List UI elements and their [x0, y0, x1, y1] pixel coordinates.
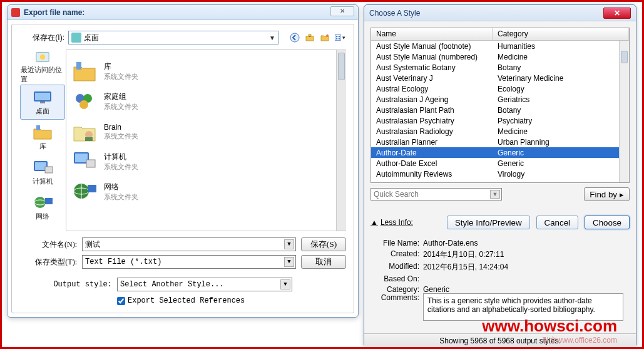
- table-row[interactable]: Author-DateGeneric: [371, 147, 629, 158]
- style-details: File Name:Author-Date.ens Created:2014年1…: [377, 237, 623, 294]
- svg-point-1: [326, 34, 329, 37]
- back-button[interactable]: [289, 31, 301, 44]
- style-titlebar[interactable]: Choose A Style ✕: [364, 5, 636, 21]
- table-row[interactable]: Aust Veterinary JVeterinary Medicine: [371, 73, 629, 83]
- place-desktop[interactable]: 桌面: [20, 85, 65, 120]
- table-rows[interactable]: Aust Style Manual (footnote)HumanitiesAu…: [371, 41, 629, 182]
- svg-rect-18: [45, 198, 53, 204]
- table-header: Name Category: [371, 28, 629, 41]
- find-by-button[interactable]: Find by▸: [584, 187, 630, 201]
- choose-style-dialog: Choose A Style ✕ Name Category Aust Styl…: [364, 4, 636, 348]
- export-selected-checkbox[interactable]: Export Selected References: [117, 296, 346, 305]
- filetype-label: 保存类型(T):: [19, 257, 77, 268]
- scrollbar-thumb[interactable]: [621, 51, 628, 63]
- list-item[interactable]: Brain系统文件夹: [71, 117, 341, 147]
- detail-filename: Author-Date.ens: [423, 239, 478, 247]
- table-row[interactable]: Australasian RadiologyMedicine: [371, 126, 629, 137]
- desktop-icon: [71, 33, 81, 43]
- close-button[interactable]: ✕: [603, 8, 631, 19]
- detail-category: Generic: [423, 285, 449, 294]
- detail-created: 2014年1月10日, 0:27:11: [423, 249, 504, 260]
- svg-rect-2: [335, 35, 341, 41]
- chevron-right-icon: ▸: [620, 190, 624, 199]
- col-category[interactable]: Category: [493, 28, 629, 40]
- chevron-down-icon[interactable]: ▼: [284, 257, 294, 267]
- table-row[interactable]: Aust Style Manual (footnote)Humanities: [371, 41, 629, 51]
- homegroup-icon: [71, 90, 98, 113]
- style-info-button[interactable]: Style Info/Preview: [447, 216, 530, 229]
- place-computer[interactable]: 计算机: [20, 155, 65, 190]
- place-libraries[interactable]: 库: [20, 120, 65, 155]
- app-icon: [11, 8, 20, 17]
- svg-point-8: [40, 55, 45, 60]
- table-row[interactable]: Austral EcologyEcology: [371, 83, 629, 94]
- table-row[interactable]: Australasian J AgeingGeriatrics: [371, 94, 629, 105]
- col-name[interactable]: Name: [371, 28, 493, 40]
- new-folder-button[interactable]: [319, 31, 331, 44]
- list-item[interactable]: 家庭组系统文件夹: [71, 86, 341, 117]
- svg-rect-15: [45, 167, 53, 173]
- svg-rect-4: [339, 36, 340, 37]
- table-row[interactable]: Australasian PsychiatryPsychiatry: [371, 115, 629, 126]
- list-item[interactable]: 库系统文件夹: [71, 56, 341, 86]
- cancel-button[interactable]: 取消: [301, 255, 346, 269]
- svg-rect-24: [85, 137, 93, 141]
- quick-search-input[interactable]: Quick Search ▼: [371, 188, 502, 201]
- svg-rect-27: [86, 160, 95, 167]
- watermark-sub: 引文www.office26.com: [542, 335, 618, 346]
- svg-rect-5: [336, 38, 337, 39]
- less-info-toggle[interactable]: ▲Less Info:: [371, 218, 413, 227]
- table-row[interactable]: Author-Date ExcelGeneric: [371, 158, 629, 169]
- output-style-label: Output style:: [19, 280, 112, 289]
- location-text: 桌面: [84, 33, 99, 43]
- svg-rect-14: [35, 162, 46, 170]
- user-folder-icon: [71, 120, 98, 143]
- table-row[interactable]: Aust Systematic BotanyBotany: [371, 62, 629, 73]
- table-row[interactable]: Australian PlannerUrban Planning: [371, 137, 629, 147]
- place-recent[interactable]: 最近访问的位置: [20, 49, 65, 85]
- chevron-down-icon[interactable]: ▼: [490, 190, 500, 199]
- chevron-down-icon[interactable]: ▼: [269, 34, 275, 41]
- scrollbar-thumb[interactable]: [338, 53, 345, 80]
- export-file-dialog: Export file name: ✕ 保存在(I): 桌面 ▼ ▾ 最近访问的…: [7, 4, 359, 318]
- save-in-row: 保存在(I): 桌面 ▼ ▾: [19, 31, 346, 44]
- watermark: www.howsci.com: [482, 316, 617, 336]
- output-style-combo[interactable]: Select Another Style...▼: [117, 278, 292, 291]
- up-button[interactable]: [304, 31, 316, 44]
- place-network[interactable]: 网络: [20, 190, 65, 225]
- close-button[interactable]: ✕: [330, 6, 354, 16]
- svg-point-16: [34, 197, 46, 208]
- chevron-down-icon[interactable]: ▼: [284, 239, 294, 249]
- filename-input[interactable]: 测试▼: [82, 237, 296, 251]
- nav-toolbar: ▾: [289, 31, 346, 44]
- export-selected-check[interactable]: [117, 297, 125, 305]
- filetype-combo[interactable]: Text File (*.txt)▼: [82, 255, 296, 269]
- chevron-down-icon[interactable]: ▼: [280, 279, 290, 289]
- listing-scrollbar[interactable]: [336, 50, 346, 231]
- export-titlebar[interactable]: Export file name: ✕: [8, 5, 358, 20]
- svg-point-22: [79, 100, 88, 109]
- save-in-label: 保存在(I):: [19, 33, 64, 43]
- list-item[interactable]: 网络系统文件夹: [71, 177, 341, 207]
- filename-label: 文件名(N):: [19, 239, 77, 250]
- svg-rect-12: [36, 125, 40, 130]
- table-row[interactable]: Aust Style Manual (numbered)Medicine: [371, 51, 629, 62]
- save-button[interactable]: 保存(S): [301, 237, 346, 251]
- action-row: ▲Less Info: Style Info/Preview Cancel Ch…: [371, 216, 630, 229]
- location-combo[interactable]: 桌面 ▼: [68, 31, 279, 44]
- form-rows: 文件名(N): 测试▼ 保存(S) 保存类型(T): Text File (*.…: [19, 237, 346, 305]
- export-body: 保存在(I): 桌面 ▼ ▾ 最近访问的位置 桌面: [11, 24, 354, 313]
- svg-rect-10: [35, 93, 50, 100]
- computer-icon: [71, 150, 98, 174]
- views-button[interactable]: ▾: [334, 31, 346, 44]
- search-row: Quick Search ▼ Find by▸: [371, 187, 630, 202]
- table-row[interactable]: Australasian Plant PathBotany: [371, 105, 629, 115]
- svg-rect-6: [339, 38, 340, 39]
- libraries-icon: [71, 60, 98, 83]
- table-scrollbar[interactable]: [619, 41, 629, 182]
- choose-button[interactable]: Choose: [585, 216, 630, 229]
- table-row[interactable]: Autoimmunity ReviewsVirology: [371, 169, 629, 179]
- list-item[interactable]: 计算机系统文件夹: [71, 147, 341, 177]
- file-listing[interactable]: 库系统文件夹 家庭组系统文件夹 Brain系统文件夹 计算机系统文件夹 网络系统…: [66, 49, 346, 231]
- cancel-button[interactable]: Cancel: [536, 216, 579, 229]
